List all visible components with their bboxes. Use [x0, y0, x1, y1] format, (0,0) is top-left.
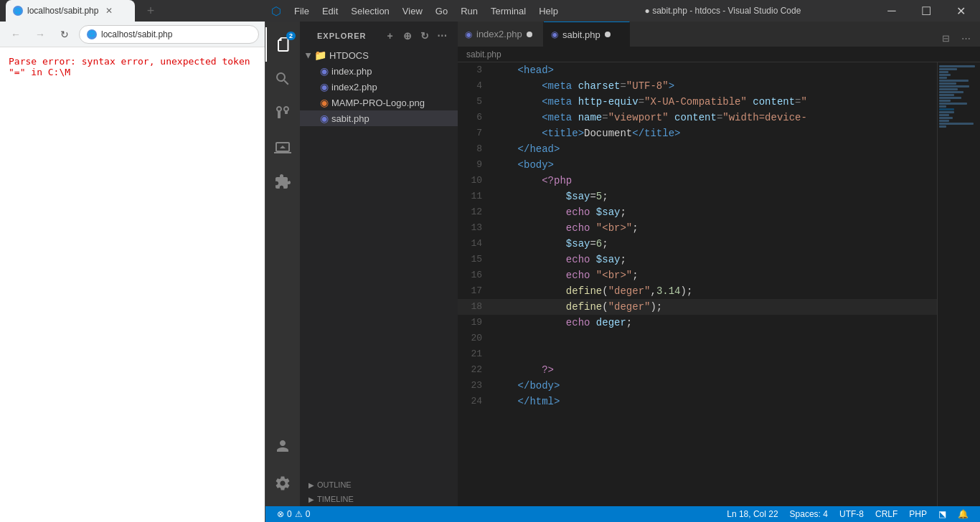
line-content: <head> [494, 62, 937, 78]
browser-tab-close[interactable]: ✕ [105, 6, 113, 16]
new-file-button[interactable]: + [383, 29, 397, 43]
line-number: 10 [458, 173, 494, 189]
activity-bottom [265, 429, 300, 500]
site-favicon: 🌐 [87, 29, 97, 39]
refresh-button[interactable]: ↻ [418, 29, 432, 43]
explorer-icon[interactable]: 2 [265, 27, 300, 62]
menu-help[interactable]: Help [533, 3, 564, 19]
menu-terminal[interactable]: Terminal [485, 3, 532, 19]
new-folder-button[interactable]: ⊕ [400, 29, 415, 43]
menu-view[interactable]: View [397, 3, 428, 19]
code-line: 21 [458, 346, 937, 362]
tab-modified-dot [527, 32, 532, 37]
sidebar-header-actions: + ⊕ ↻ ⋯ [383, 29, 449, 43]
forward-button[interactable]: → [30, 24, 50, 44]
file-index-php[interactable]: ◉ index.php [300, 63, 458, 79]
split-editor-button[interactable]: ⊟ [937, 29, 954, 47]
outline-label: OUTLINE [317, 480, 352, 489]
language-mode[interactable]: PHP [903, 506, 933, 522]
search-activity-icon[interactable] [265, 62, 300, 96]
collapse-button[interactable]: ⋯ [435, 29, 449, 43]
line-number: 20 [458, 331, 494, 346]
encoding[interactable]: UTF-8 [834, 506, 870, 522]
reload-button[interactable]: ↻ [55, 24, 75, 44]
menu-go[interactable]: Go [430, 3, 453, 19]
code-line: 4 <meta charset="UTF-8"> [458, 78, 937, 94]
editor-main: ◉ index2.php ◉ sabit.php ⊟ ⋯ [458, 22, 980, 506]
more-actions-button[interactable]: ⋯ [957, 29, 974, 47]
code-line: 13 echo "<br>"; [458, 220, 937, 236]
minimap-line [939, 105, 946, 108]
minimap-line [939, 82, 956, 85]
minimap-line [939, 103, 967, 105]
code-line: 23 </body> [458, 378, 937, 394]
file-sabit-php[interactable]: ◉ sabit.php [300, 110, 458, 126]
file-index2-php[interactable]: ◉ index2.php [300, 79, 458, 95]
browser-favicon: 🌐 [13, 6, 23, 16]
settings-icon[interactable] [265, 466, 300, 500]
cursor-position[interactable]: Ln 18, Col 22 [721, 506, 783, 522]
code-line: 15 echo $say; [458, 252, 937, 267]
maximize-button[interactable]: ☐ [910, 0, 943, 22]
line-number: 19 [458, 315, 494, 331]
errors-warnings[interactable]: ⊗ 0 ⚠ 0 [271, 506, 316, 522]
code-line: 10 <?php [458, 173, 937, 189]
line-content: $say=6; [494, 236, 937, 252]
source-control-icon[interactable] [265, 96, 300, 130]
code-line: 22 ?> [458, 362, 937, 378]
line-number: 14 [458, 236, 494, 252]
sidebar: Explorer + ⊕ ↻ ⋯ ▶ 📁 HTDOCS ◉ [300, 22, 458, 506]
outline-section[interactable]: ▶ OUTLINE [300, 478, 458, 492]
account-icon[interactable] [265, 429, 300, 463]
line-content: </head> [494, 141, 937, 157]
menu-run[interactable]: Run [455, 3, 484, 19]
indentation[interactable]: Spaces: 4 [784, 506, 834, 522]
line-number: 3 [458, 62, 494, 78]
outline-chevron: ▶ [308, 481, 314, 489]
timeline-chevron: ▶ [308, 495, 314, 503]
menu-file[interactable]: File [288, 3, 315, 19]
code-line: 5 <meta http-equiv="X-UA-Compatible" con… [458, 94, 937, 110]
code-line: 6 <meta name="viewport" content="width=d… [458, 110, 937, 125]
address-bar[interactable]: 🌐 localhost/sabit.php [79, 25, 259, 44]
error-icon: ⊗ [277, 509, 284, 519]
minimap-line [939, 125, 946, 128]
prettier-button[interactable]: ⬔ [933, 506, 952, 522]
close-button[interactable]: ✕ [944, 0, 977, 22]
tab-bar: ◉ index2.php ◉ sabit.php ⊟ ⋯ [458, 22, 980, 47]
minimap-line [939, 80, 969, 82]
file-label: sabit.php [331, 113, 369, 124]
tab-modified-dot [605, 32, 611, 37]
file-label: index.php [331, 66, 372, 77]
code-line: 12 echo $say; [458, 204, 937, 220]
new-tab-button[interactable]: + [141, 1, 161, 21]
url-text: localhost/sabit.php [101, 29, 172, 39]
minimap-line [939, 97, 961, 99]
folder-htdocs[interactable]: ▶ 📁 HTDOCS [300, 47, 458, 63]
code-editor[interactable]: 3 <head>4 <meta charset="UTF-8">5 <meta … [458, 62, 937, 506]
titlebar: 🌐 localhost/sabit.php ✕ + ⬡ File Edit Se… [0, 0, 980, 22]
status-bar-right: Ln 18, Col 22 Spaces: 4 UTF-8 CRLF PHP ⬔ [721, 506, 974, 522]
line-number: 12 [458, 204, 494, 220]
line-content: ?> [494, 362, 937, 378]
back-button[interactable]: ← [6, 24, 26, 44]
extensions-icon[interactable] [265, 165, 300, 199]
tab-file-icon: ◉ [551, 29, 558, 39]
tab-sabit-php[interactable]: ◉ sabit.php [544, 22, 630, 47]
run-debug-icon[interactable] [265, 130, 300, 165]
line-number: 5 [458, 94, 494, 110]
notification-button[interactable]: 🔔 [952, 506, 974, 522]
line-number: 9 [458, 157, 494, 173]
minimize-button[interactable]: ─ [875, 0, 908, 22]
php-icon: ◉ [320, 81, 329, 92]
line-number: 8 [458, 141, 494, 157]
tab-index2-php[interactable]: ◉ index2.php [458, 22, 544, 47]
browser-pane: ← → ↻ 🌐 localhost/sabit.php Parse error:… [0, 22, 265, 522]
menu-edit[interactable]: Edit [316, 3, 344, 19]
code-line: 8 </head> [458, 141, 937, 157]
file-mamp-logo[interactable]: ◉ MAMP-PRO-Logo.png [300, 95, 458, 110]
menu-selection[interactable]: Selection [345, 3, 395, 19]
timeline-section[interactable]: ▶ TIMELINE [300, 492, 458, 506]
line-ending[interactable]: CRLF [870, 506, 903, 522]
line-content: $say=5; [494, 189, 937, 204]
